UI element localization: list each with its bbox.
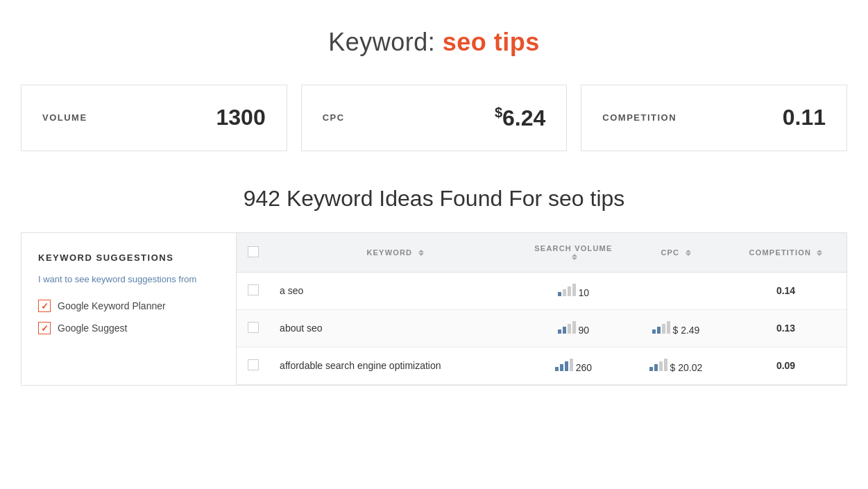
row-checkbox[interactable]: [248, 359, 259, 370]
row-cpc: $ 2.49: [627, 309, 725, 347]
cpc-bar-icon: [649, 359, 667, 371]
row-cpc: [627, 272, 725, 309]
sidebar-label-google-suggest: Google Suggest: [58, 323, 127, 334]
competition-label: COMPETITION: [602, 112, 676, 123]
cpc-bar-icon: [652, 321, 670, 334]
sidebar: KEYWORD SUGGESTIONS I want to see keywor…: [22, 233, 237, 385]
sort-arrow-up: [686, 250, 691, 252]
th-keyword-label: KEYWORD: [366, 248, 412, 257]
row-keyword: affordable search engine optimization: [270, 347, 520, 384]
row-volume: 260: [520, 347, 627, 384]
sort-arrow-down: [572, 257, 577, 260]
volume-label: VOLUME: [42, 112, 87, 123]
ideas-title: 942 Keyword Ideas Found For seo tips: [21, 186, 847, 212]
row-checkbox[interactable]: [248, 322, 259, 333]
row-cpc: $ 20.02: [627, 347, 725, 384]
row-select-cell[interactable]: [237, 347, 270, 384]
row-competition: 0.09: [725, 347, 846, 384]
sort-arrow-down: [817, 253, 822, 256]
volume-bar-icon: [555, 359, 573, 371]
row-volume: 10: [520, 272, 627, 309]
competition-sort-icon[interactable]: [817, 250, 822, 256]
sidebar-item-google-keyword-planner[interactable]: Google Keyword Planner: [38, 300, 219, 312]
sidebar-title: KEYWORD SUGGESTIONS: [38, 252, 219, 263]
keyword-sort-icon[interactable]: [418, 250, 424, 256]
competition-card: COMPETITION 0.11: [581, 85, 847, 151]
keyword-prefix: Keyword:: [328, 28, 435, 56]
th-cpc[interactable]: CPC: [627, 233, 725, 273]
sidebar-item-google-suggest[interactable]: Google Suggest: [38, 322, 219, 334]
keyword-table: KEYWORD SEARCH VOLUME: [237, 233, 846, 385]
cpc-value: $6.24: [495, 105, 545, 131]
th-keyword[interactable]: KEYWORD: [270, 233, 520, 273]
th-competition-label: COMPETITION: [749, 248, 812, 257]
volume-sort-icon[interactable]: [572, 254, 577, 260]
row-checkbox[interactable]: [248, 284, 259, 295]
checkbox-google-keyword-planner[interactable]: [38, 300, 51, 312]
sort-arrow-down: [686, 253, 691, 256]
keyword-highlight: seo tips: [443, 28, 540, 56]
table-header-row: KEYWORD SEARCH VOLUME: [237, 233, 846, 273]
th-search-volume[interactable]: SEARCH VOLUME: [520, 233, 627, 273]
cpc-card: CPC $6.24: [301, 85, 568, 151]
row-keyword: a seo: [270, 272, 520, 309]
sort-arrow-up: [418, 250, 424, 252]
page-wrapper: Keyword: seo tips VOLUME 1300 CPC $6.24 …: [0, 0, 868, 489]
bottom-section: KEYWORD SUGGESTIONS I want to see keywor…: [21, 232, 847, 386]
th-competition[interactable]: COMPETITION: [725, 233, 846, 273]
th-cpc-label: CPC: [661, 248, 679, 257]
th-volume-label: SEARCH VOLUME: [534, 244, 612, 252]
row-keyword: about seo: [270, 309, 520, 347]
volume-bar-icon: [558, 321, 576, 334]
row-competition: 0.14: [725, 272, 846, 309]
table-row: affordable search engine optimization 26…: [237, 347, 846, 384]
sidebar-description: I want to see keyword suggestions from: [38, 273, 219, 286]
table-row: about seo 90 $ 2.490.13: [237, 309, 846, 347]
row-select-cell[interactable]: [237, 272, 270, 309]
row-select-cell[interactable]: [237, 309, 270, 347]
volume-bar-icon: [558, 284, 576, 296]
keyword-title: Keyword: seo tips: [21, 28, 847, 57]
row-volume: 90: [520, 309, 627, 347]
volume-value: 1300: [216, 105, 265, 130]
table-section: KEYWORD SEARCH VOLUME: [237, 233, 846, 385]
sidebar-label-google-keyword-planner: Google Keyword Planner: [58, 300, 166, 311]
select-all-checkbox[interactable]: [248, 246, 259, 257]
cpc-label: CPC: [323, 112, 345, 123]
checkbox-google-suggest[interactable]: [38, 322, 51, 334]
table-row: a seo 100.14: [237, 272, 846, 309]
stats-row: VOLUME 1300 CPC $6.24 COMPETITION 0.11: [21, 85, 847, 151]
volume-card: VOLUME 1300: [21, 85, 287, 151]
sort-arrow-up: [817, 250, 822, 252]
sort-arrow-down: [418, 253, 424, 256]
th-select[interactable]: [237, 233, 270, 273]
sort-arrow-up: [572, 254, 577, 257]
cpc-sort-icon[interactable]: [686, 250, 691, 256]
row-competition: 0.13: [725, 309, 846, 347]
competition-value: 0.11: [783, 105, 826, 130]
cpc-currency: $: [495, 105, 502, 120]
cpc-number: 6.24: [502, 105, 545, 130]
